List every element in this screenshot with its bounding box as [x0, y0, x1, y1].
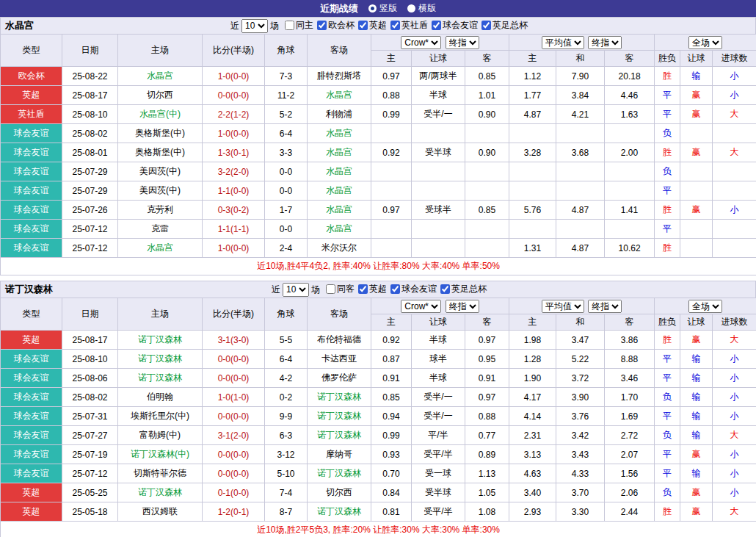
- score: 0-0(0-0): [203, 350, 265, 369]
- sub-odds-home: 主: [371, 51, 412, 67]
- sub-goals-result: 进球数: [713, 314, 756, 331]
- away-team: 诺丁汉森林: [308, 426, 371, 445]
- avg-draw: 4.87: [556, 201, 605, 220]
- filter-checkbox[interactable]: [390, 284, 400, 294]
- handicap-outcome: 输: [680, 350, 713, 369]
- avg-home: [509, 220, 556, 239]
- odds-handicap: 半球: [412, 86, 465, 105]
- match-date: 25-07-29: [62, 162, 118, 181]
- filter-checkbox[interactable]: [285, 21, 294, 30]
- average-select[interactable]: 平均值: [542, 36, 584, 49]
- odds-away: 0.90: [465, 105, 509, 124]
- result-outcome: 负: [655, 426, 680, 445]
- filter-checkbox[interactable]: [358, 284, 368, 294]
- match-row: 球会友谊25-07-29美因茨(中)3-2(2-0)0-0水晶宫负: [1, 162, 756, 181]
- goals-outcome: [713, 124, 756, 143]
- score: 0-1(0-0): [203, 483, 265, 502]
- odds-stage-select[interactable]: 终指: [446, 36, 479, 49]
- odds-handicap: 平/半: [412, 426, 465, 445]
- goals-outcome: 大: [713, 331, 756, 350]
- filter-checkbox[interactable]: [358, 21, 368, 30]
- avg-home: 3.28: [509, 143, 556, 162]
- avg-away: 4.46: [605, 86, 655, 105]
- filter-checkbox[interactable]: [317, 21, 327, 30]
- odds-away: 0.85: [465, 201, 509, 220]
- filter-checkbox[interactable]: [326, 284, 335, 294]
- sub-avg-away: 客: [605, 51, 655, 67]
- recent-count-select[interactable]: 10: [241, 19, 268, 33]
- recent-count-select[interactable]: 10: [283, 283, 309, 297]
- filter-option[interactable]: 欧会杯: [313, 19, 355, 32]
- odds-stage-select[interactable]: 终指: [446, 300, 479, 313]
- avg-home: 1.31: [509, 239, 556, 258]
- score: 3-2(2-0): [203, 162, 265, 181]
- filter-checkbox[interactable]: [481, 21, 491, 30]
- layout-option-horizontal[interactable]: 横版: [407, 2, 436, 15]
- sub-odds-handicap: 让球: [412, 314, 465, 331]
- odds-source-header: Crow* 终指: [371, 35, 509, 51]
- filter-option[interactable]: 英足总杯: [437, 283, 487, 295]
- match-date: 25-08-17: [62, 86, 118, 105]
- handicap-outcome: 输: [680, 369, 713, 388]
- away-team: 腓特烈斯塔: [308, 67, 371, 86]
- match-date: 25-05-25: [62, 483, 118, 502]
- sub-odds-away: 客: [465, 314, 509, 331]
- score: 3-1(3-0): [203, 331, 265, 350]
- home-team: 水晶宫: [118, 239, 203, 258]
- filter-checkbox[interactable]: [440, 284, 450, 294]
- avg-away: 10.62: [605, 239, 655, 258]
- match-date: 25-08-17: [62, 331, 118, 350]
- odds-handicap: 受半球: [412, 483, 465, 502]
- filter-option[interactable]: 球会友谊: [387, 283, 437, 295]
- team-name: 水晶宫: [5, 19, 34, 32]
- corner-score: 8-7: [265, 502, 308, 522]
- odds-handicap: [412, 239, 465, 258]
- avg-home: [509, 181, 556, 201]
- avg-away: 2.00: [605, 143, 655, 162]
- avg-away: 20.18: [605, 67, 655, 86]
- league-badge: 球会友谊: [1, 388, 62, 407]
- odds-home: 0.88: [371, 86, 412, 105]
- odds-away: 0.89: [465, 445, 509, 464]
- sub-odds-handicap: 让球: [412, 51, 465, 67]
- filter-checkbox[interactable]: [390, 21, 400, 30]
- result-outcome: 平: [655, 105, 680, 124]
- layout-option-vertical[interactable]: 竖版: [368, 2, 397, 15]
- sub-avg-home: 主: [509, 51, 556, 67]
- col-home: 主场: [118, 35, 203, 67]
- odds-away: 1.05: [465, 483, 509, 502]
- avg-home: 2.31: [509, 426, 556, 445]
- home-team: 诺丁汉森林(中): [118, 445, 203, 464]
- avg-stage-select[interactable]: 终指: [588, 300, 622, 313]
- filter-option[interactable]: 英社盾: [387, 19, 428, 32]
- home-team: 美因茨(中): [118, 181, 203, 201]
- bookmaker-select[interactable]: Crow*: [401, 36, 441, 49]
- odds-handicap: 半球: [412, 331, 465, 350]
- filter-checkbox[interactable]: [432, 21, 441, 30]
- avg-stage-select[interactable]: 终指: [588, 36, 622, 49]
- league-badge: 球会友谊: [1, 201, 62, 220]
- filter-option[interactable]: 英超: [355, 19, 387, 32]
- handicap-outcome: [680, 220, 713, 239]
- radio-icon: [368, 4, 377, 12]
- filter-option[interactable]: 同客: [322, 283, 355, 295]
- odds-away: 1.01: [465, 86, 509, 105]
- scope-select[interactable]: 全场: [688, 300, 722, 313]
- match-date: 25-07-12: [62, 239, 118, 258]
- filter-option[interactable]: 同主: [281, 19, 313, 32]
- scope-select[interactable]: 全场: [688, 36, 722, 49]
- near-label: 近: [272, 284, 280, 296]
- filter-label: 球会友谊: [443, 19, 478, 32]
- result-outcome: 平: [655, 407, 680, 426]
- bookmaker-select[interactable]: Crow*: [401, 300, 441, 313]
- filter-option[interactable]: 英超: [355, 283, 387, 295]
- filter-option[interactable]: 英足总杯: [478, 19, 528, 32]
- match-row: 球会友谊25-07-26克劳利0-3(0-2)1-7水晶宫0.97受球半0.85…: [1, 201, 756, 220]
- avg-home: 1.98: [509, 331, 556, 350]
- avg-away: 2.07: [605, 445, 655, 464]
- goals-outcome: [713, 162, 756, 181]
- score: 1-0(0-0): [203, 239, 265, 258]
- avg-draw: 4.21: [556, 105, 605, 124]
- filter-option[interactable]: 球会友谊: [428, 19, 478, 32]
- average-select[interactable]: 平均值: [542, 300, 584, 313]
